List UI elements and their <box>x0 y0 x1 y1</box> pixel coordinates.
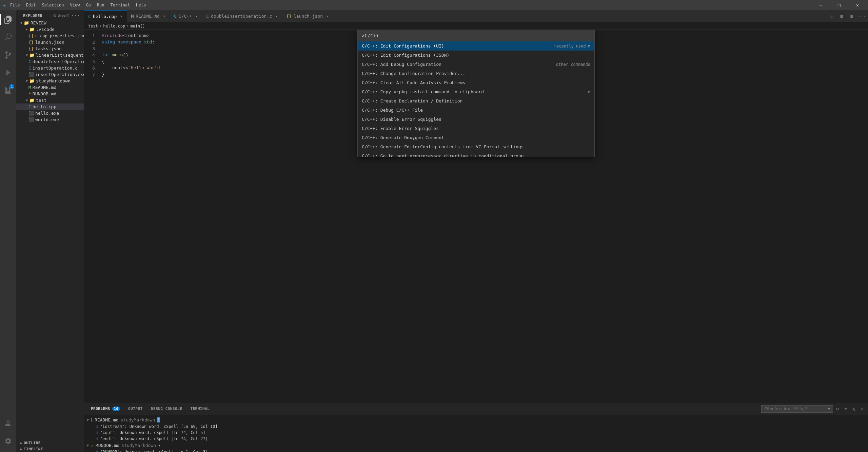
panel-tab-problems[interactable]: PROBLEMS 10 <box>87 403 124 415</box>
main-layout: 1 EXPLORER ⊕ ⊕ ↻ ⊟ ··· ▼ <box>0 10 868 452</box>
command-item-7[interactable]: C/C++: Debug C/C++ File <box>358 106 594 115</box>
tab-readme[interactable]: M README.md ✕ <box>127 10 170 22</box>
panel-collapse-btn[interactable]: ⊟ <box>834 406 841 412</box>
activity-run[interactable] <box>0 64 16 81</box>
tree-folder-linearlist[interactable]: ▼ 📁 linearList\sequentialList <box>16 52 84 58</box>
tree-file-double-insert[interactable]: C doubleInsertOperatio... <box>16 58 84 65</box>
tree-folder-vscode[interactable]: ▶ 📁 .vscode <box>16 26 84 33</box>
breadcrumb-part1[interactable]: test <box>88 24 98 29</box>
problem-item-2[interactable]: ℹ "endl": Unknown word. cSpell [Ln 74, C… <box>87 436 865 442</box>
tree-label: c_cpp_properties.json <box>35 34 84 38</box>
problem-item-1[interactable]: ℹ "cout": Unknown word. cSpell [Ln 74, C… <box>87 430 865 436</box>
tree-file-insert-op-c[interactable]: C insertOperation.c <box>16 65 84 71</box>
refresh-icon[interactable]: ↻ <box>62 13 65 18</box>
command-item-8[interactable]: C/C++: Disable Error Squiggles <box>358 115 594 124</box>
gear-icon[interactable]: ⚙ <box>588 44 590 49</box>
tree-file-hello-cpp[interactable]: C hello.cpp <box>16 103 84 110</box>
problem-group-runoob[interactable]: ▼ ⚠ RUNOOB.md studyMarkdown 7 <box>87 442 865 449</box>
command-item-5[interactable]: C/C++: Copy vcpkg install command to cli… <box>358 87 594 96</box>
tab-close[interactable]: ✕ <box>120 14 122 19</box>
command-item-3[interactable]: C/C++: Change Configuration Provider... <box>358 69 594 78</box>
menu-view[interactable]: View <box>67 2 82 8</box>
tree-label: test <box>36 98 46 103</box>
new-folder-icon[interactable]: ⊕ <box>58 13 61 18</box>
outline-header[interactable]: ▶ OUTLINE <box>16 440 84 446</box>
command-item-9[interactable]: C/C++: Enable Error Squiggles <box>358 124 594 133</box>
menu-selection[interactable]: Selection <box>39 2 66 8</box>
tree-file-c-cpp-props[interactable]: {} c_cpp_properties.json <box>16 33 84 39</box>
tab-double-insert[interactable]: C doubleInsertOperation.c ✕ <box>202 10 282 22</box>
command-palette[interactable]: C/C++: Edit Configurations (UI) recently… <box>357 30 595 157</box>
activity-search[interactable] <box>0 29 16 45</box>
more-actions-btn[interactable]: ··· <box>857 13 867 20</box>
split-editor-btn[interactable]: ⊟ <box>837 13 846 20</box>
panel-tab-output[interactable]: OUTPUT <box>124 403 147 415</box>
command-item-0[interactable]: C/C++: Edit Configurations (UI) recently… <box>358 41 594 51</box>
command-input[interactable] <box>358 30 594 41</box>
command-item-6[interactable]: C/C++: Create Declaration / Definition <box>358 96 594 106</box>
timeline-header[interactable]: ▶ TIMELINE <box>16 446 84 452</box>
command-text: C/C++: Clear All Code Analysis Problems <box>362 80 590 85</box>
panel-close-btn[interactable]: ✕ <box>859 406 865 412</box>
cpp-icon: C <box>28 59 31 64</box>
activity-source-control[interactable] <box>0 47 16 63</box>
maximize-button[interactable]: □ <box>831 0 847 10</box>
panel-expand-btn[interactable]: ∧ <box>850 406 857 412</box>
tree-file-launch-json[interactable]: {} launch.json <box>16 39 84 45</box>
menu-run[interactable]: Run <box>94 2 107 8</box>
tree-file-tasks-json[interactable]: {} tasks.json <box>16 45 84 52</box>
tree-file-insert-op-exe[interactable]: ⬛ insertOperation.exe <box>16 71 84 78</box>
tab-cpp[interactable]: C C/C++ ✕ <box>170 10 202 22</box>
activity-account[interactable] <box>0 415 16 432</box>
command-item-4[interactable]: C/C++: Clear All Code Analysis Problems <box>358 78 594 87</box>
activity-settings[interactable] <box>0 433 16 449</box>
close-button[interactable]: ✕ <box>850 0 865 10</box>
tab-close[interactable]: ✕ <box>326 14 329 19</box>
command-text: C/C++: Debug C/C++ File <box>362 108 590 113</box>
tab-close[interactable]: ✕ <box>163 14 165 19</box>
menu-help[interactable]: Help <box>133 2 149 8</box>
filter-input-wrap[interactable]: ⚑ <box>761 405 833 413</box>
menu-edit[interactable]: Edit <box>23 2 39 8</box>
tree-folder-review[interactable]: ▼ 📁 REVIEW <box>16 20 84 26</box>
menu-terminal[interactable]: Terminal <box>108 2 133 8</box>
tab-close[interactable]: ✕ <box>195 14 198 19</box>
tree-file-world-exe[interactable]: ⬛ world.exe <box>16 116 84 123</box>
gear-icon[interactable]: ⚙ <box>588 90 590 94</box>
command-text: C/C++: Go to next preprocessor directive… <box>362 153 590 157</box>
tree-file-runoob[interactable]: * RUNOOB.md <box>16 91 84 97</box>
command-item-1[interactable]: C/C++: Edit Configurations (JSON) <box>358 51 594 60</box>
command-item-2[interactable]: C/C++: Add Debug Configuration other com… <box>358 60 594 69</box>
new-file-icon[interactable]: ⊕ <box>53 13 56 18</box>
breadcrumb-part3[interactable]: main() <box>130 24 145 29</box>
run-code-btn[interactable]: ▷ <box>827 13 836 20</box>
collapse-all-icon[interactable]: ⊟ <box>66 13 70 18</box>
menu-go[interactable]: Go <box>83 2 93 8</box>
tab-launch-json[interactable]: {} launch.json ✕ <box>282 10 333 22</box>
problem-text: "cout": Unknown word. cSpell [Ln 74, Col… <box>100 430 205 435</box>
command-item-10[interactable]: C/C++: Generate Doxygen Comment <box>358 133 594 142</box>
panel-more-btn[interactable]: ≡ <box>843 406 849 412</box>
panel-tab-terminal[interactable]: TERMINAL <box>186 403 214 415</box>
tab-close[interactable]: ✕ <box>275 14 278 19</box>
menu-file[interactable]: File <box>7 2 23 8</box>
tree-file-hello-exe[interactable]: ⬛ hello.exe <box>16 110 84 116</box>
problem-group-readme[interactable]: ▼ ℹ README.md studyMarkdown 3 <box>87 416 865 423</box>
filter-input[interactable] <box>764 407 825 411</box>
minimize-button[interactable]: ─ <box>813 0 829 10</box>
activity-extensions[interactable]: 1 <box>0 82 16 98</box>
activity-explorer[interactable] <box>0 12 16 28</box>
toggle-panel-btn[interactable]: ⊞ <box>847 13 856 20</box>
command-item-11[interactable]: C/C++: Generate EditorConfig contents fr… <box>358 142 594 151</box>
command-item-12[interactable]: C/C++: Go to next preprocessor directive… <box>358 151 594 157</box>
more-actions-icon[interactable]: ··· <box>71 13 80 18</box>
exe-icon: ⬛ <box>28 72 34 77</box>
tree-folder-test[interactable]: ▼ 📁 test <box>16 97 84 103</box>
problem-item-0[interactable]: ℹ "iostream": Unknown word. cSpell [Ln 6… <box>87 423 865 430</box>
tab-hello-cpp[interactable]: C hello.cpp ✕ <box>84 10 127 22</box>
panel-tab-debug[interactable]: DEBUG CONSOLE <box>147 403 186 415</box>
tree-folder-studymarkdown[interactable]: ▼ 📁 studyMarkdown <box>16 78 84 84</box>
tree-file-readme[interactable]: M README.md <box>16 84 84 91</box>
breadcrumb-part2[interactable]: hello.cpp <box>103 24 125 29</box>
problem-item-runoob-0[interactable]: ℹ "RUNOOB": Unknown word. cSpell [Ln 1, … <box>87 449 865 452</box>
